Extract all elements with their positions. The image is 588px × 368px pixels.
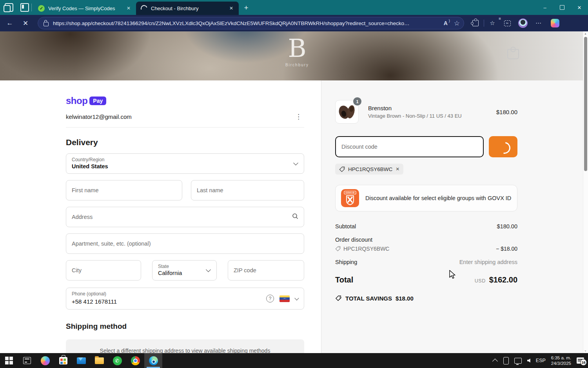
state-select[interactable]: State California (152, 260, 217, 281)
scrollbar-thumb[interactable] (584, 37, 587, 171)
first-name-field[interactable] (66, 180, 182, 200)
task-view-button[interactable] (18, 353, 36, 368)
tab-simplycodes[interactable]: ✓ Verify Codes — SimplyCodes ✕ (33, 2, 136, 15)
whatsapp-button[interactable]: ✆ (108, 353, 126, 368)
shipping-value: Enter shipping address (459, 259, 517, 265)
copilot-taskbar-button[interactable] (36, 353, 54, 368)
copilot-button[interactable] (549, 17, 561, 29)
chevron-down-icon[interactable] (294, 296, 299, 300)
shipping-method-heading: Shipping method (66, 322, 304, 331)
shop-pay-logo: shop Pay (66, 95, 304, 106)
delivery-heading: Delivery (66, 138, 304, 147)
file-explorer-button[interactable] (90, 353, 108, 368)
phone-field[interactable]: Phone (optional) +58 412 1678111 ? (66, 288, 304, 310)
back-button[interactable]: ← (4, 17, 16, 29)
close-button[interactable]: ✕ (571, 0, 588, 15)
favorite-star-icon[interactable]: ☆ (454, 19, 460, 27)
shipping-label: Shipping (335, 259, 357, 265)
minimize-button[interactable]: – (536, 0, 554, 15)
tray-expand-icon[interactable] (492, 359, 498, 364)
scroll-down-arrow[interactable]: ▼ (584, 350, 587, 352)
phone-value[interactable]: +58 412 1678111 (72, 298, 117, 305)
discount-code-field[interactable] (335, 136, 484, 157)
screen: ✓ Verify Codes — SimplyCodes ✕ Checkout … (0, 0, 588, 368)
venezuela-flag-icon[interactable] (279, 295, 290, 302)
last-name-field[interactable] (191, 180, 304, 200)
phone-help-icon[interactable]: ? (266, 295, 274, 302)
restore-icon (560, 5, 564, 10)
simplycodes-favicon: ✓ (38, 5, 45, 12)
capture-icon: ✂ (504, 20, 511, 26)
phone-label: Phone (optional) (72, 291, 106, 297)
address-input[interactable] (66, 207, 304, 227)
browser-titlebar: ✓ Verify Codes — SimplyCodes ✕ Checkout … (0, 0, 588, 15)
zip-input[interactable] (228, 261, 304, 280)
lock-icon[interactable] (44, 22, 49, 26)
country-select[interactable]: Country/Region United States (66, 153, 304, 174)
checkout-form-column: shop Pay kelwinator12@gmail.com ⋮ Delive… (0, 80, 321, 353)
cart-item: 1 Brenston Vintage Brown - Non-Slip / 11… (335, 100, 517, 124)
puzzle-icon (472, 20, 479, 26)
tag-icon (335, 246, 341, 251)
totals-section: Subtotal $180.00 Order discount HPC1RQSY… (335, 223, 517, 302)
store-logo[interactable]: B Birchbury (281, 35, 313, 67)
customer-email: kelwinator12@gmail.com (66, 113, 132, 120)
chrome-icon (131, 356, 140, 365)
profile-avatar (518, 18, 528, 28)
city-input[interactable] (66, 261, 141, 280)
discount-code-input[interactable] (336, 137, 483, 157)
copilot-icon (551, 19, 559, 27)
workspaces-icon[interactable] (5, 3, 13, 12)
profile-button[interactable] (517, 17, 529, 29)
applied-discount-code: HPC1RQSY6BWC (348, 166, 392, 172)
order-summary-column: 1 Brenston Vintage Brown - Non-Slip / 11… (321, 80, 583, 353)
tab-separator (31, 4, 32, 11)
start-button[interactable] (0, 353, 18, 368)
restore-button[interactable] (554, 0, 571, 15)
cart-bag-icon[interactable] (507, 49, 519, 59)
apartment-field[interactable] (66, 233, 304, 254)
date-text: 24/3/2025 (551, 361, 571, 366)
microsoft-store-button[interactable] (54, 353, 72, 368)
tab-close-icon[interactable]: ✕ (125, 5, 132, 12)
city-field[interactable] (66, 260, 141, 281)
first-name-input[interactable] (66, 180, 182, 200)
shop-wordmark: shop (66, 95, 87, 106)
collections-button[interactable]: ☆ (486, 17, 498, 29)
network-display-icon[interactable] (514, 358, 522, 364)
email-menu-icon[interactable]: ⋮ (293, 113, 304, 121)
remove-discount-icon[interactable]: ✕ (396, 166, 399, 172)
language-indicator[interactable]: ESP (536, 358, 546, 363)
quantity-badge: 1 (353, 97, 361, 106)
settings-menu-button[interactable]: ⋯ (533, 17, 544, 29)
chrome-button[interactable] (126, 353, 144, 368)
zip-field[interactable] (228, 260, 304, 281)
store-icon (59, 357, 67, 364)
read-aloud-icon[interactable]: A (444, 20, 448, 26)
address-field[interactable] (66, 207, 304, 227)
govx-banner[interactable]: GOVX ID Discount available for select el… (335, 185, 517, 211)
address-bar[interactable]: https://shop.app/checkout/78241366294/cn… (38, 17, 464, 29)
web-capture-button[interactable]: ✂ (501, 17, 513, 29)
notification-count-badge: 16 (580, 359, 587, 366)
vertical-tabs-icon[interactable] (20, 3, 29, 12)
new-tab-button[interactable]: + (241, 3, 251, 13)
tab-close-icon[interactable]: ✕ (228, 5, 235, 12)
stop-loading-button[interactable]: ✕ (20, 17, 31, 29)
edge-button[interactable] (144, 353, 162, 368)
page-scrollbar[interactable]: ▲ ▼ (583, 31, 588, 353)
loading-spinner-favicon (140, 4, 149, 13)
last-name-input[interactable] (191, 180, 304, 200)
mail-button[interactable] (72, 353, 90, 368)
tab-checkout-birchbury[interactable]: Checkout - Birchbury ✕ (136, 2, 239, 15)
extensions-button[interactable] (470, 17, 481, 29)
apply-discount-button[interactable] (489, 136, 517, 157)
clock[interactable]: 6:35 a. m. 24/3/2025 (551, 355, 571, 366)
notification-center-icon[interactable]: 16 (577, 357, 584, 364)
apartment-input[interactable] (66, 234, 304, 253)
volume-icon[interactable] (527, 359, 530, 363)
url-text[interactable]: https://shop.app/checkout/78241366294/cn… (53, 20, 437, 26)
phone-link-icon[interactable] (503, 357, 509, 364)
tab-title: Checkout - Birchbury (151, 5, 224, 11)
scroll-up-arrow[interactable]: ▲ (584, 32, 587, 35)
